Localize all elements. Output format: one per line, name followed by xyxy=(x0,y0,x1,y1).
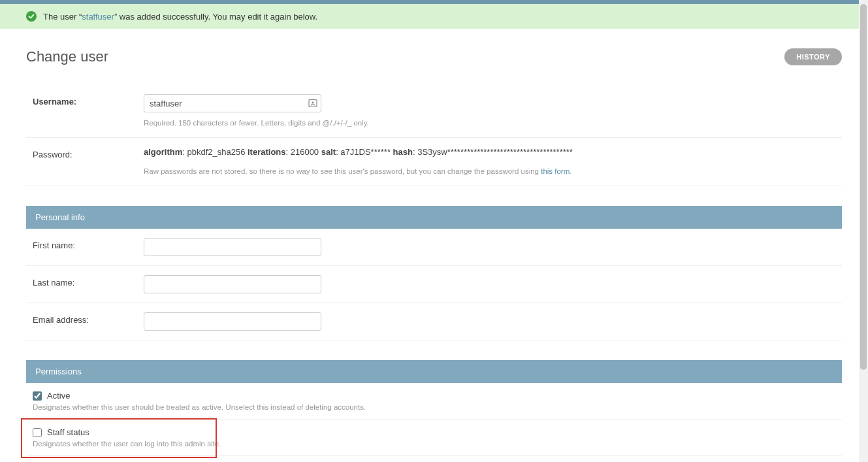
email-input[interactable] xyxy=(144,312,321,331)
success-banner: The user “staffuser” was added successfu… xyxy=(0,4,868,29)
active-help: Designates whether this user should be t… xyxy=(33,403,835,411)
email-row: Email address: xyxy=(26,303,842,340)
password-row: Password: algorithm: pbkdf2_sha256 itera… xyxy=(26,138,842,186)
last-name-row: Last name: xyxy=(26,266,842,303)
first-name-input[interactable] xyxy=(144,238,321,256)
last-name-label: Last name: xyxy=(33,275,144,288)
superuser-row: Superuser status Designates that this us… xyxy=(26,456,842,462)
staff-label: Staff status xyxy=(47,427,89,437)
main-fieldset: Username: Required. 150 characters or fe… xyxy=(26,85,842,186)
active-label-line[interactable]: Active xyxy=(33,391,835,401)
page-title: Change user xyxy=(26,48,108,65)
personal-info-fieldset: Personal info First name: Last name: Ema… xyxy=(26,206,842,340)
header-row: Change user HISTORY xyxy=(26,48,842,65)
last-name-input[interactable] xyxy=(144,275,321,293)
username-help: Required. 150 characters or fewer. Lette… xyxy=(144,118,835,128)
staff-status-row: Staff status Designates whether the user… xyxy=(26,420,842,456)
password-label: Password: xyxy=(33,147,144,159)
personal-info-header: Personal info xyxy=(26,206,842,229)
main-content: Change user HISTORY Username: Required. … xyxy=(0,29,868,462)
username-row: Username: Required. 150 characters or fe… xyxy=(26,85,842,138)
first-name-row: First name: xyxy=(26,229,842,266)
scrollbar-thumb[interactable] xyxy=(860,4,867,370)
password-help: Raw passwords are not stored, so there i… xyxy=(144,166,835,176)
permissions-fieldset: Permissions Active Designates whether th… xyxy=(26,360,842,462)
active-checkbox[interactable] xyxy=(33,391,42,401)
change-password-link[interactable]: this form xyxy=(541,167,570,175)
banner-user-link[interactable]: staffuser xyxy=(82,12,114,22)
staff-checkbox[interactable] xyxy=(33,428,42,437)
staff-label-line[interactable]: Staff status xyxy=(33,427,835,437)
permissions-header: Permissions xyxy=(26,360,842,383)
email-label: Email address: xyxy=(33,312,144,325)
vertical-scrollbar[interactable] xyxy=(859,0,868,462)
banner-text: The user “staffuser” was added successfu… xyxy=(43,12,317,22)
active-row: Active Designates whether this user shou… xyxy=(26,383,842,420)
history-button[interactable]: HISTORY xyxy=(784,48,842,65)
active-label: Active xyxy=(47,391,70,401)
first-name-label: First name: xyxy=(33,238,144,250)
password-hash-line: algorithm: pbkdf2_sha256 iterations: 216… xyxy=(144,147,835,157)
username-input[interactable] xyxy=(144,94,321,112)
check-circle-icon xyxy=(26,11,37,22)
staff-help: Designates whether the user can log into… xyxy=(33,440,835,448)
username-label: Username: xyxy=(33,94,144,107)
